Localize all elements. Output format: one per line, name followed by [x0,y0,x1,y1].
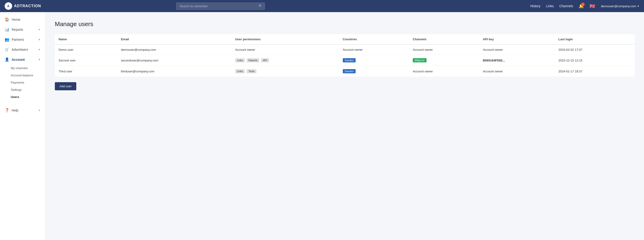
history-link[interactable]: History [530,4,541,8]
user-channels: Account owner [409,44,479,55]
account-icon: 👤 [5,57,9,62]
sidebar-subitem-account-balance[interactable]: Account balance [0,72,45,79]
country-badge-sweden: Sweden [343,58,356,62]
user-permissions: Links Reports API [232,55,339,66]
sidebar-help-label: Help [12,109,18,112]
bell-badge: 1 [581,2,585,6]
user-permissions: Links Tools [232,66,339,77]
user-channels: Billigt.biz [409,55,479,66]
sidebar-subitem-users[interactable]: Users [0,93,45,101]
main-content: Manage users Name Email User permissions… [46,12,644,240]
user-last-login: 2023-12-15 12:15 [555,55,635,66]
sidebar-subitem-settings[interactable]: Settings [0,86,45,93]
channel-text: Account owner [413,70,433,73]
topnav: A ADTRACTION 🔍 History Links Channels 🔔 … [0,0,644,12]
user-last-login: 2024-01-17 18:37 [555,66,635,77]
advertisers-icon: 🛒 [5,47,9,52]
search-icon: 🔍 [258,4,262,8]
sidebar-item-account[interactable]: 👤 Account ▼ [0,54,45,64]
channel-badge-billigt: Billigt.biz [413,58,426,62]
sidebar-account-label: Account [12,58,25,61]
sidebar-advertisers-label: Advertisers [12,48,28,51]
country-badge-sweden: Sweden [343,69,356,73]
sidebar-subitem-payments[interactable]: Payments [0,79,45,86]
sidebar-item-home[interactable]: 🏠 Home [0,14,45,24]
perm-badge-links: Links [235,58,245,62]
user-permissions: Account owner [232,44,339,55]
api-key-value: B565164FD82... [483,59,505,62]
sidebar-home-label: Home [12,18,20,21]
table-header-row: Name Email User permissions Countries Ch… [55,34,635,44]
logo[interactable]: A ADTRACTION [5,2,41,10]
col-api-key: API key [479,34,555,44]
user-countries: Sweden [339,55,409,66]
topnav-links: History Links Channels 🔔 1 🇬🇧 demouser@c… [530,3,639,9]
layout: 🏠 Home 📊 Reports ▼ 👥 Partners ▼ 🛒 Advert… [0,12,644,240]
logo-icon: A [5,2,12,10]
perm-badge-tools: Tools [247,69,256,73]
partners-icon: 👥 [5,37,9,42]
user-name: Demo user [55,44,117,55]
user-api-key: B565164FD82... [479,55,555,66]
logo-text: ADTRACTION [14,4,41,8]
home-icon: 🏠 [5,17,9,22]
user-channels: Account owner [409,66,479,77]
bell-button[interactable]: 🔔 1 [579,3,584,9]
col-permissions: User permissions [232,34,339,44]
reports-chevron-icon: ▼ [38,28,40,31]
account-chevron-icon: ▼ [38,58,40,61]
perm-badge-reports: Reports [247,58,260,62]
country-text: Account owner [343,48,363,51]
sidebar-partners-label: Partners [12,38,24,41]
channels-link[interactable]: Channels [559,4,573,8]
search-container: 🔍 [176,2,265,10]
col-last-login: Last login [555,34,635,44]
perm-text: Account owner [235,48,255,51]
user-email: thirduser@company.com [117,66,231,77]
user-menu[interactable]: demouser@company.com ▼ [601,4,639,8]
sidebar-item-help[interactable]: ❓ Help ▼ [0,105,45,115]
table-row: Demo user demouser@company.com Account o… [55,44,635,55]
table-row: Second user seconduser@company.com Links… [55,55,635,66]
links-link[interactable]: Links [546,4,554,8]
col-channels: Channels [409,34,479,44]
user-name: Third user [55,66,117,77]
add-user-button[interactable]: Add user [55,82,76,90]
table-row: Third user thirduser@company.com Links T… [55,66,635,77]
user-countries: Account owner [339,44,409,55]
col-name: Name [55,34,117,44]
user-last-login: 2024-02-02 17:07 [555,44,635,55]
user-name: Second user [55,55,117,66]
sidebar-item-advertisers[interactable]: 🛒 Advertisers ▼ [0,44,45,54]
col-email: Email [117,34,231,44]
sidebar-item-partners[interactable]: 👥 Partners ▼ [0,34,45,44]
user-countries: Sweden [339,66,409,77]
user-menu-chevron-icon: ▼ [637,5,639,7]
perm-badge-links: Links [235,69,245,73]
col-countries: Countries [339,34,409,44]
reports-icon: 📊 [5,27,9,32]
help-chevron-icon: ▼ [38,109,40,112]
user-api-key: Account owner [479,66,555,77]
user-api-key: Account owner [479,44,555,55]
sidebar-bottom: ❓ Help ▼ [0,105,45,115]
advertisers-chevron-icon: ▼ [38,48,40,51]
user-email: demouser@company.com [601,4,636,8]
sidebar-subitem-my-channels[interactable]: My channels [0,64,45,72]
help-icon: ❓ [5,108,9,113]
channel-text: Account owner [413,48,433,51]
users-table-wrap: Name Email User permissions Countries Ch… [55,34,635,77]
partners-chevron-icon: ▼ [38,38,40,41]
sidebar-item-reports[interactable]: 📊 Reports ▼ [0,24,45,34]
search-input[interactable] [176,2,265,10]
sidebar-reports-label: Reports [12,28,23,31]
users-table: Name Email User permissions Countries Ch… [55,34,635,77]
language-flag[interactable]: 🇬🇧 [590,3,595,9]
user-email: seconduser@company.com [117,55,231,66]
page-title: Manage users [55,20,635,28]
sidebar: 🏠 Home 📊 Reports ▼ 👥 Partners ▼ 🛒 Advert… [0,12,46,240]
perm-badge-api: API [261,58,269,62]
user-email: demouser@company.com [117,44,231,55]
